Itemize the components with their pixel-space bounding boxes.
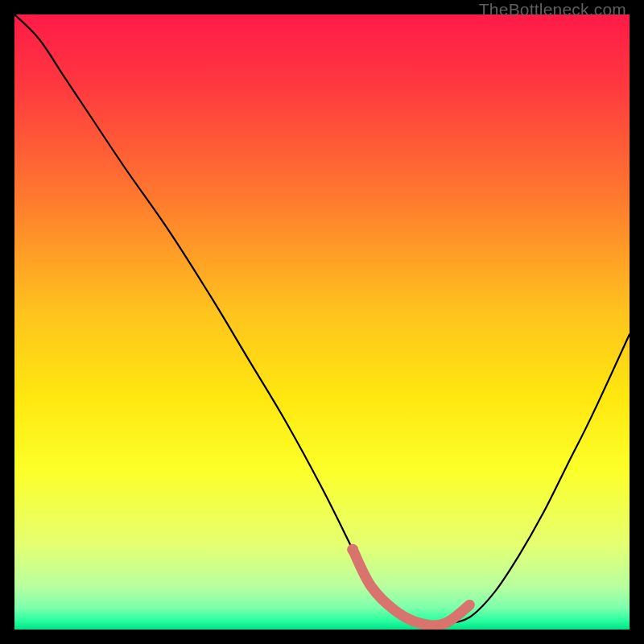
chart-frame xyxy=(14,14,630,630)
highlight-start-dot xyxy=(347,544,358,555)
gradient-background xyxy=(14,14,630,630)
watermark-text: TheBottleneck.com xyxy=(479,0,626,19)
bottleneck-chart xyxy=(14,14,630,630)
